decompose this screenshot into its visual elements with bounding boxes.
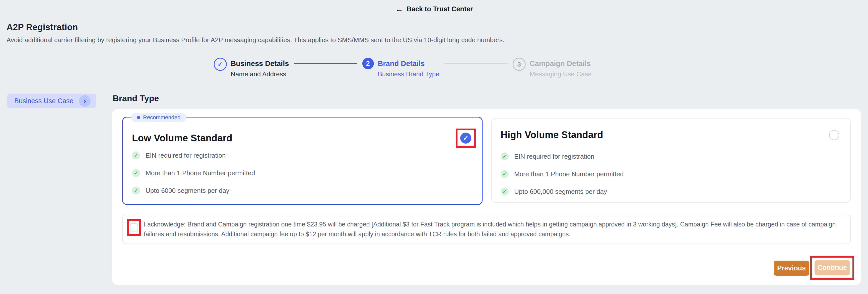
feature-text: More than 1 Phone Number permitted — [146, 169, 255, 177]
stepper-connector-upcoming — [444, 63, 508, 64]
feature-check-icon: ✓ — [501, 170, 509, 178]
page-header: A2P Registration Avoid additional carrie… — [6, 22, 659, 44]
step-sublabel: Name and Address — [230, 70, 289, 78]
recommended-label: Recommended — [143, 114, 180, 121]
feature-check-icon: ✓ — [501, 152, 509, 160]
stepper-step-campaign-details[interactable]: 3 Campaign Details Messaging Use Case — [513, 58, 592, 78]
feature-check-icon: ✓ — [132, 169, 140, 177]
step-sublabel: Messaging Use Case — [530, 70, 592, 78]
step-complete-check-icon: ✓ — [214, 58, 226, 71]
feature-text: Upto 6000 segments per day — [146, 187, 229, 195]
feature-check-icon: ✓ — [501, 187, 509, 196]
acknowledgment-box: I acknowledge: Brand and Campaign regist… — [122, 215, 851, 244]
annotation-highlight-continue: Continue — [810, 256, 854, 280]
card-low-volume-standard[interactable]: Recommended Low Volume Standard ✓ ✓ EIN … — [122, 117, 483, 205]
step-number-badge: 3 — [513, 58, 526, 71]
list-item: ✓ More than 1 Phone Number permitted — [132, 164, 472, 182]
step-label: Business Details — [230, 58, 289, 69]
chevron-right-icon: › — [79, 95, 91, 107]
acknowledgment-text: I acknowledge: Brand and Campaign regist… — [144, 219, 843, 239]
feature-text: More than 1 Phone Number permitted — [514, 170, 624, 178]
stepper-connector-complete — [294, 63, 357, 64]
feature-list: ✓ EIN required for registration ✓ More t… — [501, 148, 840, 200]
selected-check-icon[interactable]: ✓ — [460, 133, 471, 144]
step-number-badge: 2 — [362, 58, 374, 69]
card-high-volume-standard[interactable]: High Volume Standard ✓ EIN required for … — [491, 118, 851, 203]
acknowledgment-checkbox[interactable] — [130, 224, 138, 232]
page-subtitle: Avoid additional carrier filtering by re… — [6, 36, 659, 44]
annotation-highlight-checkbox — [127, 219, 141, 236]
feature-text: Upto 600,000 segments per day — [514, 188, 607, 196]
card-title: High Volume Standard — [501, 129, 603, 140]
step-label: Campaign Details — [530, 58, 592, 69]
radio-unselected-icon[interactable] — [829, 130, 839, 140]
feature-check-icon: ✓ — [132, 151, 140, 159]
feature-list: ✓ EIN required for registration ✓ More t… — [132, 147, 472, 199]
back-link-label: Back to Trust Center — [406, 5, 473, 13]
back-arrow-icon: ← — [395, 5, 403, 13]
continue-button[interactable]: Continue — [814, 260, 850, 275]
business-use-case-label: Business Use Case — [7, 97, 73, 105]
back-to-trust-center-link[interactable]: ← Back to Trust Center — [395, 5, 473, 13]
previous-button[interactable]: Previous — [774, 261, 809, 276]
stepper-step-brand-details[interactable]: 2 Brand Details Business Brand Type — [362, 58, 439, 78]
list-item: ✓ EIN required for registration — [501, 148, 840, 165]
registration-stepper: ✓ Business Details Name and Address 2 Br… — [214, 58, 591, 78]
section-title-brand-type: Brand Type — [113, 93, 159, 103]
list-item: ✓ More than 1 Phone Number permitted — [501, 165, 840, 183]
sidebar-item-business-use-case[interactable]: Business Use Case › — [7, 94, 96, 108]
footer-divider — [115, 252, 858, 252]
list-item: ✓ EIN required for registration — [132, 147, 472, 164]
stepper-step-business-details[interactable]: ✓ Business Details Name and Address — [214, 58, 289, 78]
feature-text: EIN required for registration — [146, 152, 226, 159]
list-item: ✓ Upto 600,000 segments per day — [501, 183, 840, 200]
page-title: A2P Registration — [6, 22, 659, 32]
feature-check-icon: ✓ — [132, 186, 140, 195]
step-label: Brand Details — [378, 58, 439, 69]
card-title: Low Volume Standard — [132, 133, 232, 144]
annotation-highlight-selected-check: ✓ — [456, 128, 476, 148]
brand-type-panel: Recommended Low Volume Standard ✓ ✓ EIN … — [112, 109, 861, 285]
recommended-badge: Recommended — [131, 113, 186, 122]
list-item: ✓ Upto 6000 segments per day — [132, 182, 472, 199]
step-sublabel: Business Brand Type — [378, 70, 439, 78]
recommended-dot-icon — [137, 116, 140, 119]
feature-text: EIN required for registration — [514, 153, 594, 160]
